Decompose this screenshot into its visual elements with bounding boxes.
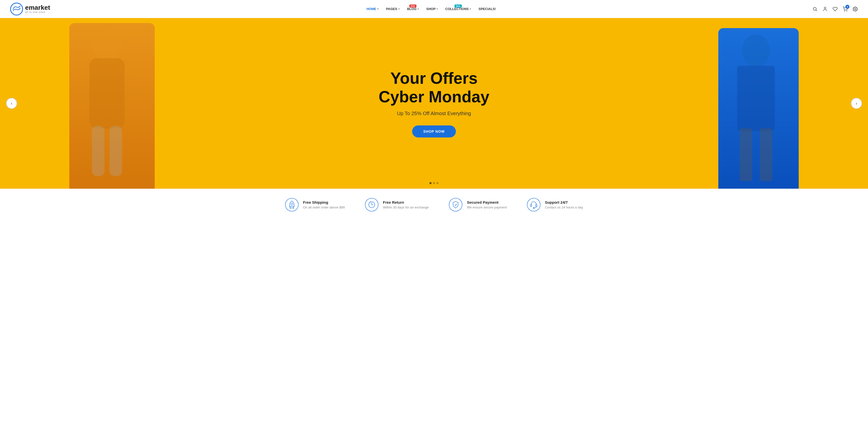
feature-title: Free Return (383, 200, 429, 204)
feature-desc: Within 30 days for an exchange (383, 205, 429, 209)
feature-support-text: Support 24/7 Contact us 24 hours a day (545, 200, 583, 209)
svg-point-5 (847, 10, 847, 11)
feature-desc: We ensure secure payment (467, 205, 507, 209)
feature-free-shipping: Free Shipping On all order order above $… (285, 198, 345, 211)
rocket-icon (285, 198, 299, 211)
nav-item-home[interactable]: HOME ▾ (364, 5, 381, 13)
settings-icon[interactable] (852, 6, 858, 12)
search-icon[interactable] (812, 6, 818, 12)
logo-icon (10, 2, 23, 15)
svg-point-19 (449, 198, 462, 211)
hero-content: Your Offers Cyber Monday Up To 25% Off A… (379, 69, 490, 137)
feature-free-shipping-text: Free Shipping On all order order above $… (303, 200, 345, 209)
logo-name: emarket (25, 4, 50, 11)
svg-rect-12 (737, 66, 775, 131)
chevron-down-icon: ▾ (470, 7, 471, 10)
cart-count: 0 (845, 5, 849, 9)
chevron-down-icon: ▾ (436, 7, 438, 10)
slider-dot-2[interactable] (433, 182, 435, 184)
main-nav: HOME ▾ PAGES ▾ Hot! BLOG ▾ SHOP ▾ New CO… (364, 5, 499, 13)
svg-rect-13 (740, 129, 752, 181)
feature-secured-payment-text: Secured Payment We ensure secure payment (467, 200, 507, 209)
logo-tagline: all in one store (25, 11, 50, 13)
nav-item-shop[interactable]: SHOP ▾ (423, 5, 441, 13)
new-badge: New (455, 4, 462, 7)
svg-line-21 (456, 204, 457, 205)
nav-item-pages[interactable]: PAGES ▾ (383, 5, 403, 13)
header: emarket all in one store HOME ▾ PAGES ▾ … (0, 0, 868, 18)
feature-support: Support 24/7 Contact us 24 hours a day (527, 198, 583, 211)
wishlist-icon[interactable] (832, 6, 838, 12)
svg-point-1 (813, 7, 816, 10)
svg-rect-14 (760, 129, 772, 181)
feature-desc: Contact us 24 hours a day (545, 205, 583, 209)
feature-secured-payment: Secured Payment We ensure secure payment (449, 198, 507, 211)
features-bar: Free Shipping On all order order above $… (0, 189, 868, 221)
shield-icon (449, 198, 462, 211)
svg-rect-9 (92, 126, 104, 176)
cart-icon[interactable]: 0 (842, 6, 848, 12)
return-icon (365, 198, 378, 211)
slider-dot-3[interactable] (436, 182, 438, 184)
hero-title: Your Offers Cyber Monday (379, 69, 490, 106)
account-icon[interactable] (822, 6, 828, 12)
svg-rect-10 (110, 126, 122, 176)
logo[interactable]: emarket all in one store (10, 2, 50, 15)
nav-item-collections[interactable]: New COLLECTIONS ▾ (442, 5, 474, 13)
slider-prev-button[interactable]: ‹ (6, 98, 17, 109)
svg-point-3 (824, 7, 826, 9)
headset-icon (527, 198, 540, 211)
hero-subtitle: Up To 25% Off Almost Everything (379, 111, 490, 116)
svg-rect-24 (536, 204, 537, 207)
feature-free-return-text: Free Return Within 30 days for an exchan… (383, 200, 429, 209)
hot-badge: Hot! (409, 4, 416, 7)
chevron-down-icon: ▾ (398, 7, 400, 10)
slider-dots (430, 182, 438, 184)
hero-figure-left (69, 23, 155, 189)
svg-line-2 (816, 10, 817, 11)
chevron-down-icon: ▾ (417, 7, 419, 10)
svg-point-11 (742, 34, 770, 67)
svg-point-16 (291, 203, 293, 205)
svg-point-6 (855, 8, 856, 9)
feature-desc: On all order order above $99 (303, 205, 345, 209)
chevron-down-icon: ▾ (377, 7, 378, 10)
hero-figure-right (718, 28, 799, 189)
feature-title: Support 24/7 (545, 200, 583, 204)
slider-next-button[interactable]: › (851, 98, 862, 109)
svg-rect-23 (530, 204, 532, 207)
nav-item-specials[interactable]: SPECIALS! (475, 5, 499, 13)
shop-now-button[interactable]: SHOP NOW (412, 126, 456, 137)
svg-rect-8 (89, 58, 125, 129)
svg-point-7 (92, 26, 122, 61)
feature-free-return: Free Return Within 30 days for an exchan… (365, 198, 429, 211)
header-icons: 0 (812, 6, 858, 12)
nav-item-blog[interactable]: Hot! BLOG ▾ (404, 5, 422, 13)
svg-point-15 (285, 198, 299, 211)
svg-point-4 (844, 10, 845, 11)
feature-title: Secured Payment (467, 200, 507, 204)
hero-section: ‹ Your Offers Cyber Monday Up To 25% Off… (0, 18, 868, 189)
slider-dot-1[interactable] (430, 182, 432, 184)
feature-title: Free Shipping (303, 200, 345, 204)
svg-point-22 (527, 198, 540, 211)
